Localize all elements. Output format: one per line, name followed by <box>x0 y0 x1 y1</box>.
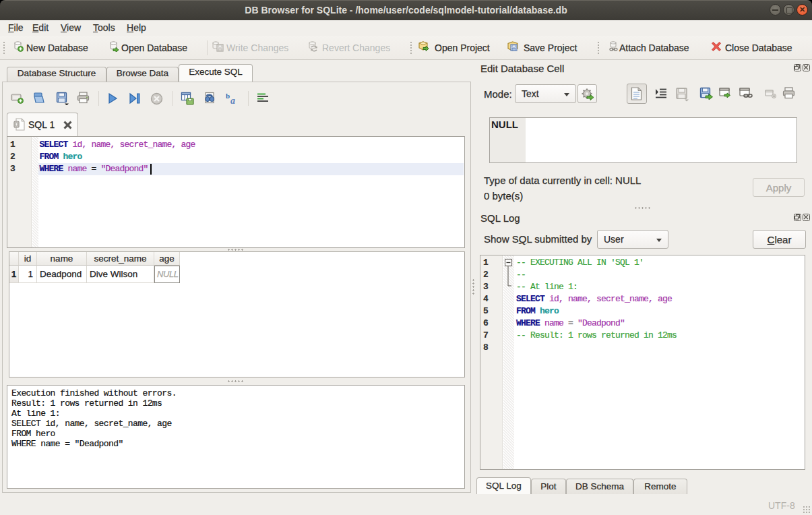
svg-text:a: a <box>230 96 235 105</box>
svg-text:b: b <box>226 92 230 100</box>
